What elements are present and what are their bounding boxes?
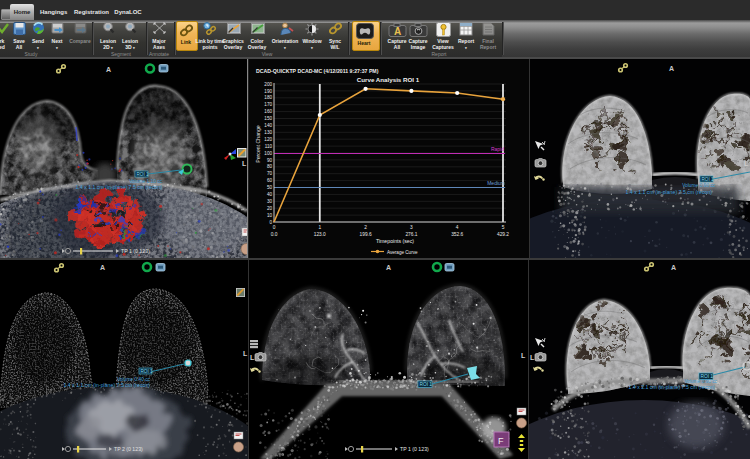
svg-text:A: A <box>669 65 674 72</box>
svg-text:Curve Analysis ROI 1: Curve Analysis ROI 1 <box>357 76 420 83</box>
svg-text:190: 190 <box>264 89 272 94</box>
svg-text:80: 80 <box>267 164 273 169</box>
svg-text:110: 110 <box>265 144 273 149</box>
svg-text:150: 150 <box>264 116 272 121</box>
svg-text:5: 5 <box>502 225 505 230</box>
svg-text:20: 20 <box>267 206 273 211</box>
svg-text:123.0: 123.0 <box>314 232 326 237</box>
svg-text:TP 2 (0 123): TP 2 (0 123) <box>114 446 143 452</box>
svg-text:TP 1 (0 123): TP 1 (0 123) <box>400 446 429 452</box>
svg-text:160: 160 <box>264 109 272 114</box>
svg-text:1.4 x 2.1 cm (in-plane) 7.5 c: 1.4 x 2.1 cm (in-plane) 7.5 cm (recon) <box>629 384 716 390</box>
svg-text:4: 4 <box>456 225 459 230</box>
svg-text:0.0: 0.0 <box>271 232 278 237</box>
svg-text:1.4 x 1.1 cm (in-plane) 7.5 c: 1.4 x 1.1 cm (in-plane) 7.5 cm (recon) <box>626 189 713 195</box>
svg-text:0: 0 <box>269 220 272 225</box>
svg-text:90: 90 <box>267 158 273 163</box>
svg-text:TP 1 (0 123): TP 1 (0 123) <box>121 248 150 254</box>
svg-text:0: 0 <box>273 225 276 230</box>
svg-text:120: 120 <box>264 137 272 142</box>
svg-text:276.1: 276.1 <box>405 232 417 237</box>
svg-text:1.4 x 1.1 cm (in-plane) 7.5 c: 1.4 x 1.1 cm (in-plane) 7.5 cm (recon) <box>76 184 163 190</box>
svg-text:30: 30 <box>267 199 273 204</box>
svg-text:10: 10 <box>267 213 273 218</box>
svg-text:A: A <box>386 264 391 271</box>
svg-text:2: 2 <box>364 225 367 230</box>
svg-text:A: A <box>394 26 401 37</box>
svg-text:A: A <box>671 264 676 271</box>
svg-text:180: 180 <box>264 95 272 100</box>
svg-text:130: 130 <box>264 130 272 135</box>
svg-text:199.6: 199.6 <box>360 232 372 237</box>
svg-text:352.6: 352.6 <box>451 232 463 237</box>
svg-text:Percent Change: Percent Change <box>255 125 261 163</box>
svg-text:Rapid: Rapid <box>491 146 504 152</box>
svg-text:ROI 1: ROI 1 <box>702 177 714 182</box>
svg-text:ROI 1: ROI 1 <box>420 382 433 387</box>
svg-text:DCAD-QUICKTP DCAD-MC (4/12/201: DCAD-QUICKTP DCAD-MC (4/12/2011 9:27:37 … <box>256 68 379 74</box>
svg-text:200: 200 <box>264 82 272 87</box>
svg-text:L: L <box>250 354 255 361</box>
svg-text:Volume 0.90 cc: Volume 0.90 cc <box>682 183 715 188</box>
svg-text:1: 1 <box>318 225 321 230</box>
svg-text:A: A <box>100 264 105 271</box>
svg-text:429.2: 429.2 <box>497 232 509 237</box>
svg-text:40: 40 <box>267 192 273 197</box>
svg-text:ROI 1: ROI 1 <box>137 172 149 177</box>
svg-text:140: 140 <box>264 123 272 128</box>
svg-text:L: L <box>521 352 526 359</box>
svg-text:70: 70 <box>267 171 273 176</box>
svg-text:F: F <box>498 436 504 446</box>
svg-text:A: A <box>106 66 111 73</box>
svg-text:170: 170 <box>264 102 272 107</box>
svg-text:L: L <box>744 160 749 167</box>
svg-text:ROI 1: ROI 1 <box>141 369 153 374</box>
svg-text:Timepoints (sec): Timepoints (sec) <box>376 238 414 244</box>
svg-text:100: 100 <box>264 151 272 156</box>
svg-text:Average Curve: Average Curve <box>387 250 418 255</box>
svg-text:60: 60 <box>267 178 273 183</box>
svg-text:3: 3 <box>410 225 413 230</box>
svg-text:Medium: Medium <box>487 180 505 186</box>
svg-text:1.4 x 1.1 cm (in-plane) 7.5 c: 1.4 x 1.1 cm (in-plane) 7.5 cm (recon) <box>64 382 151 388</box>
svg-text:L: L <box>530 354 535 361</box>
svg-text:50: 50 <box>267 185 273 190</box>
